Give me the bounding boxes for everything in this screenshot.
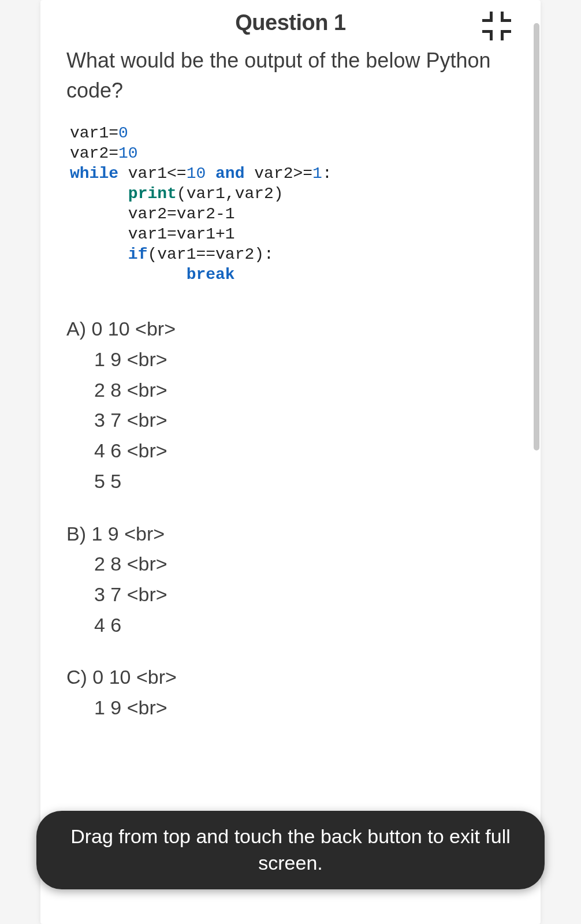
header-row: Question 1 [66,10,515,35]
answer-a-line: 2 8 <br> [66,375,515,405]
answer-c-line: 1 9 <br> [66,692,515,723]
answer-b-line: 4 6 [66,610,515,640]
answer-option-c[interactable]: C) 0 10 <br> 1 9 <br> [66,662,515,722]
scrollbar-track[interactable] [534,23,539,791]
answer-b-line: 3 7 <br> [66,579,515,610]
answer-options: A) 0 10 <br> 1 9 <br> 2 8 <br> 3 7 <br> … [66,314,515,722]
question-card: Question 1 What would be the output of t… [40,0,541,924]
answer-a-line: 1 9 <br> [66,344,515,375]
scrollbar-thumb[interactable] [534,23,539,450]
answer-a-label: A) 0 10 <br> [66,314,515,344]
question-prompt: What would be the output of the below Py… [66,46,515,106]
exit-fullscreen-icon[interactable] [482,12,511,40]
answer-b-label: B) 1 9 <br> [66,519,515,549]
fullscreen-exit-toast: Drag from top and touch the back button … [36,811,545,889]
code-block: var1=0 var2=10 while var1<=10 and var2>=… [70,123,515,285]
answer-a-line: 3 7 <br> [66,405,515,435]
answer-option-b[interactable]: B) 1 9 <br> 2 8 <br> 3 7 <br> 4 6 [66,519,515,640]
answer-b-line: 2 8 <br> [66,549,515,579]
answer-a-line: 5 5 [66,466,515,497]
question-number-title: Question 1 [235,10,345,35]
answer-c-label: C) 0 10 <br> [66,662,515,692]
answer-option-a[interactable]: A) 0 10 <br> 1 9 <br> 2 8 <br> 3 7 <br> … [66,314,515,496]
answer-a-line: 4 6 <br> [66,435,515,466]
